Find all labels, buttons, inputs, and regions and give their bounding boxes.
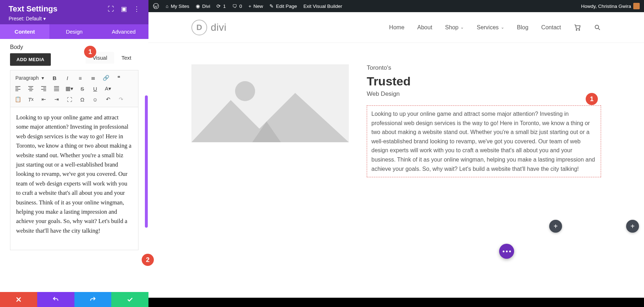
more-icon[interactable]: ⋮: [133, 6, 140, 12]
chevron-down-icon: ▾: [43, 16, 46, 21]
wp-admin-bar: ⌂My Sites ◉Divi ⟳1 🗨0 +New ✎Edit Page Ex…: [148, 0, 644, 12]
editor-toolbar: Paragraph ▾ B I ≡ ≣ 🔗 ❝ ▦▾ S U A▾: [10, 70, 138, 107]
outdent-button[interactable]: ⇤: [40, 95, 48, 103]
underline-button[interactable]: U: [91, 85, 99, 93]
dot-icon: [503, 251, 504, 252]
paste-button[interactable]: 📋: [14, 95, 22, 103]
clear-format-button[interactable]: Tx: [27, 95, 35, 103]
undo-button[interactable]: ↶: [104, 95, 112, 103]
align-justify-button[interactable]: [53, 85, 60, 93]
nav-about[interactable]: About: [417, 24, 432, 31]
edit-page-link[interactable]: ✎Edit Page: [269, 3, 297, 9]
save-button[interactable]: [111, 292, 148, 307]
emoji-button[interactable]: ☺: [91, 95, 99, 103]
site-logo[interactable]: D divi: [191, 20, 226, 35]
body-label: Body: [10, 44, 138, 50]
svg-point-2: [579, 29, 580, 30]
logo-icon: D: [191, 20, 207, 35]
tab-advanced[interactable]: Advanced: [99, 24, 148, 39]
preset-dropdown[interactable]: Preset: Default ▾: [9, 16, 140, 21]
home-icon: ⌂: [166, 4, 169, 9]
nav-blog[interactable]: Blog: [517, 24, 528, 31]
my-sites-link[interactable]: ⌂My Sites: [166, 4, 189, 9]
strikethrough-button[interactable]: S: [78, 85, 86, 93]
pencil-icon: ✎: [269, 3, 274, 9]
panel-header: Text Settings ⛶ ▣ ⋮ Preset: Default ▾: [0, 0, 148, 24]
dot-icon: [509, 251, 511, 252]
exit-builder-link[interactable]: Exit Visual Builder: [303, 4, 342, 9]
panel-footer-actions: [0, 292, 148, 307]
tab-content[interactable]: Content: [0, 24, 49, 39]
eyebrow-text: Toronto's: [367, 64, 601, 71]
nav-shop[interactable]: Shop⌄: [445, 24, 464, 31]
add-module-button-right[interactable]: +: [626, 220, 639, 233]
user-greeting[interactable]: Howdy, Christina Gwira: [581, 3, 640, 9]
redo-button[interactable]: ↷: [117, 95, 125, 103]
comments-link[interactable]: 🗨0: [232, 4, 242, 9]
nav-home[interactable]: Home: [389, 24, 405, 31]
bullet-list-button[interactable]: ≡: [76, 74, 84, 82]
numbered-list-button[interactable]: ≣: [89, 74, 97, 82]
updates-link[interactable]: ⟳1: [216, 3, 226, 9]
subheading: Web Design: [367, 90, 601, 98]
dot-icon: [506, 251, 508, 252]
cart-icon[interactable]: [574, 24, 581, 31]
annotation-badge-1: 1: [84, 46, 96, 58]
fullscreen-button[interactable]: ⛶: [65, 95, 73, 103]
table-button[interactable]: ▦▾: [65, 85, 73, 93]
selected-text-module[interactable]: Looking to up your online game and attra…: [367, 105, 601, 177]
undo-panel-button[interactable]: [37, 292, 74, 307]
chevron-down-icon: ⌄: [460, 25, 464, 30]
align-left-button[interactable]: [14, 85, 22, 93]
align-center-button[interactable]: [27, 85, 35, 93]
main-nav: Home About Shop⌄ Services⌄ Blog Contact: [389, 24, 601, 31]
indent-button[interactable]: ⇥: [53, 95, 60, 103]
text-column: Toronto's Trusted Web Design Looking to …: [367, 64, 601, 177]
svg-point-5: [235, 81, 255, 101]
builder-fab[interactable]: [499, 244, 514, 259]
add-media-button[interactable]: ADD MEDIA: [10, 53, 51, 66]
search-icon[interactable]: [594, 24, 601, 31]
image-placeholder[interactable]: [191, 64, 349, 142]
link-button[interactable]: 🔗: [102, 74, 110, 82]
page-preview: ⌂My Sites ◉Divi ⟳1 🗨0 +New ✎Edit Page Ex…: [148, 0, 644, 307]
annotation-badge-1-preview: 1: [586, 93, 598, 105]
redo-panel-button[interactable]: [74, 292, 112, 307]
add-module-button-left[interactable]: +: [549, 220, 562, 233]
site-header: D divi Home About Shop⌄ Services⌄ Blog C…: [148, 12, 644, 43]
chevron-down-icon: ⌄: [501, 25, 504, 30]
quote-button[interactable]: ❝: [115, 74, 123, 82]
editor-content[interactable]: Looking to up your online game and attra…: [10, 107, 138, 250]
expand-icon[interactable]: ⛶: [108, 6, 114, 12]
new-link[interactable]: +New: [248, 4, 263, 9]
update-icon: ⟳: [216, 3, 221, 9]
format-dropdown[interactable]: Paragraph ▾: [14, 74, 45, 81]
annotation-badge-2: 2: [142, 254, 154, 266]
body-section: Body ADD MEDIA Visual Text Paragraph ▾ B…: [0, 39, 148, 292]
text-color-button[interactable]: A▾: [104, 85, 112, 93]
bold-button[interactable]: B: [50, 74, 58, 82]
nav-services[interactable]: Services⌄: [477, 24, 504, 31]
page-content: Toronto's Trusted Web Design Looking to …: [148, 43, 644, 177]
editor-tab-text[interactable]: Text: [114, 52, 138, 64]
page-headline: Trusted: [367, 74, 601, 88]
plus-icon: +: [248, 4, 251, 9]
italic-button[interactable]: I: [63, 74, 71, 82]
nav-contact[interactable]: Contact: [541, 24, 561, 31]
settings-tabs: Content Design Advanced: [0, 24, 148, 39]
avatar: [633, 3, 640, 9]
dashboard-icon: ◉: [196, 3, 200, 9]
wp-logo[interactable]: [153, 3, 159, 9]
scrollbar[interactable]: [145, 95, 148, 228]
align-right-button[interactable]: [40, 85, 48, 93]
site-link[interactable]: ◉Divi: [196, 3, 210, 9]
special-char-button[interactable]: Ω: [78, 95, 86, 103]
text-settings-panel: Text Settings ⛶ ▣ ⋮ Preset: Default ▾ Co…: [0, 0, 148, 307]
tab-design[interactable]: Design: [49, 24, 99, 39]
bottom-bar: [148, 298, 644, 307]
responsive-icon[interactable]: ▣: [121, 6, 127, 12]
cancel-button[interactable]: [0, 292, 37, 307]
body-text: Looking to up your online game and attra…: [371, 111, 595, 172]
svg-point-3: [595, 25, 599, 29]
panel-title: Text Settings: [9, 4, 58, 14]
